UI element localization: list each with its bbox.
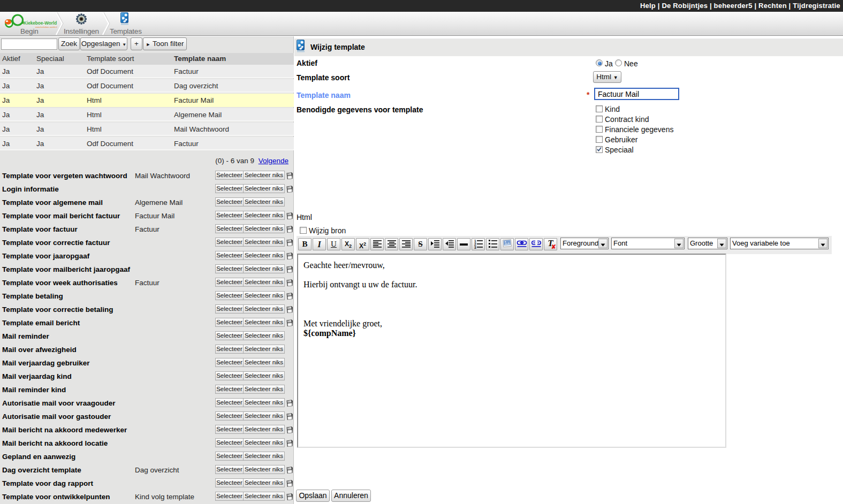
svg-text:Kiekeboe-World: Kiekeboe-World [24, 21, 57, 26]
svg-text:3: 3 [474, 246, 476, 249]
svg-text:www.kiekeboe-world.nl: www.kiekeboe-world.nl [35, 26, 57, 28]
